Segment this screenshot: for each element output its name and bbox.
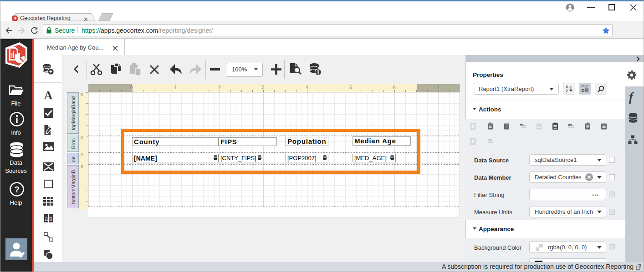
svg-text:a: a <box>45 216 48 222</box>
svg-text:b: b <box>49 216 52 222</box>
svg-text:?: ? <box>14 185 20 194</box>
svg-text:Z: Z <box>566 89 568 93</box>
